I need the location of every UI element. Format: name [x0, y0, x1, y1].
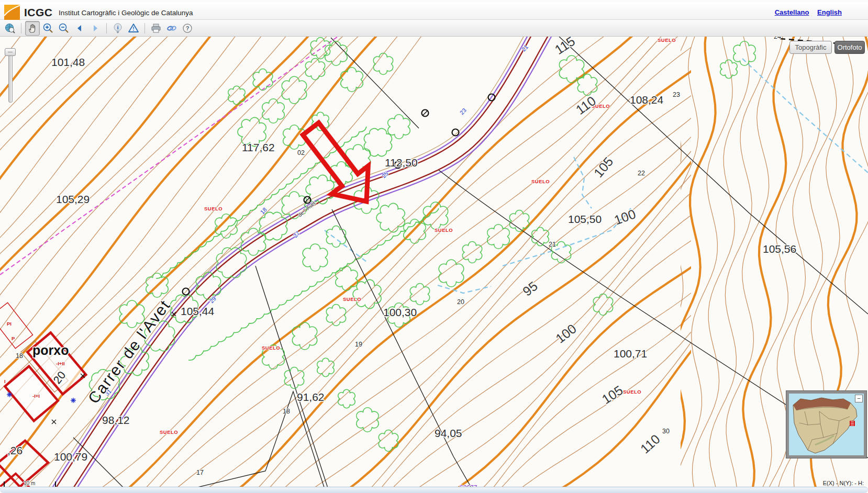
elevation-label: 105,44 [181, 305, 215, 317]
elevation-label: 100,79 [54, 451, 87, 463]
elevation-label: 105,50 [568, 213, 602, 225]
building-code-label: -I+I [32, 393, 40, 399]
overview-location-marker [850, 421, 855, 426]
coordinate-status: E(X) - N(Y): - H: [823, 480, 864, 486]
topographic-map: SUELOSUELOSUELOSUELOSUELOSUELOSUELOSUELO… [0, 37, 868, 487]
link-icon [166, 23, 177, 34]
forward-button[interactable] [88, 21, 103, 36]
zoom-slider-track[interactable] [8, 52, 13, 103]
help-button[interactable]: ? [180, 21, 195, 36]
help-icon: ? [182, 23, 193, 34]
parcel-number-label: 24 [774, 37, 781, 40]
suelo-label: SUELO [204, 206, 222, 211]
parcel-number-label: 17 [196, 469, 204, 476]
print-icon [150, 23, 162, 34]
elevation-label: 98,12 [102, 414, 130, 426]
suelo-label: SUELO [262, 345, 280, 351]
elevation-label: 94,05 [435, 427, 462, 439]
parcel-number-label: 19 [355, 341, 362, 348]
elevation-label: 91,62 [297, 391, 325, 403]
pan-tool-button[interactable] [25, 21, 40, 36]
elevation-label: 100,30 [383, 306, 417, 318]
pan-hand-icon [27, 23, 38, 33]
parcel-number-label: 18 [16, 352, 23, 360]
suelo-label: SUELO [435, 227, 453, 233]
print-button[interactable] [149, 21, 163, 36]
overview-catalonia-map [789, 394, 864, 455]
zoom-extent-button[interactable] [3, 21, 17, 36]
language-switcher: Castellano English [769, 8, 842, 16]
basemap-button-ortofoto[interactable]: Ortofoto [834, 41, 865, 54]
page-title: Institut Cartogràfic i Geològic de Catal… [59, 9, 193, 17]
back-arrow-icon [75, 24, 84, 33]
svg-text:i: i [117, 24, 118, 30]
scale-bar-label: 10 m [24, 480, 35, 486]
zoom-in-button[interactable] [41, 21, 55, 36]
hydrant-symbol [7, 392, 12, 397]
suelo-label: SUELO [160, 429, 178, 435]
parcel-number-label: 23 [673, 91, 680, 98]
warning-icon: ! [128, 23, 139, 34]
overview-collapse-button[interactable]: – [855, 395, 863, 402]
icgc-logo-icon [4, 5, 20, 20]
identify-icon: i [112, 23, 124, 34]
zoom-out-icon [58, 23, 70, 34]
hydrant-symbol [71, 398, 76, 403]
suelo-label: SUELO [531, 178, 550, 184]
elevation-label: 108,24 [630, 94, 664, 106]
suelo-label: SUELO [658, 37, 676, 43]
overview-map[interactable]: – [786, 391, 866, 458]
parcel-number-label: 22 [638, 170, 645, 177]
zoom-slider-handle[interactable] [5, 48, 16, 56]
language-link-castellano[interactable]: Castellano [775, 8, 809, 16]
suelo-label: SUELO [623, 389, 641, 395]
parcel-number-label: 30 [662, 428, 670, 435]
parcel-number-label: 20 [457, 298, 464, 306]
building-name-label: porxo [32, 343, 69, 357]
app-header: ICGC Institut Cartogràfic i Geològic de … [0, 0, 868, 20]
svg-text:?: ? [186, 25, 190, 31]
brand-text: ICGC [24, 6, 53, 19]
toolbar-separator [144, 23, 145, 33]
parcel-number-label: 21 [549, 241, 556, 248]
elevation-label: 101,48 [51, 56, 85, 68]
zoom-in-icon [42, 23, 54, 34]
map-toolbar: i ! ? [0, 20, 868, 37]
zoom-out-button[interactable] [57, 21, 71, 36]
parcel-number-label: 02 [297, 149, 305, 156]
elevation-label: 100,71 [614, 348, 647, 360]
building-code-label: P [12, 335, 15, 341]
elevation-label: 112,50 [385, 156, 418, 169]
back-button[interactable] [72, 21, 87, 36]
elevation-label: 105,29 [56, 193, 90, 205]
suelo-label: SUELO [343, 296, 361, 302]
language-link-english[interactable]: English [817, 8, 842, 16]
parcel-number-label: 18 [283, 408, 290, 415]
map-viewport[interactable]: SUELOSUELOSUELOSUELOSUELOSUELOSUELOSUELO… [0, 37, 868, 487]
building-code-label: -I+II [56, 361, 65, 366]
svg-text:!: ! [132, 26, 134, 32]
identify-button[interactable]: i [110, 21, 125, 36]
elevation-label: 105,56 [763, 243, 796, 255]
elevation-label: 117,62 [242, 141, 275, 153]
building-code-label: I [4, 378, 6, 384]
basemap-button-topografic[interactable]: Topogràfic [789, 41, 832, 54]
zoom-extent-icon [4, 23, 16, 34]
warning-button[interactable]: ! [126, 21, 141, 36]
toolbar-separator [21, 23, 21, 33]
horizontal-scrollbar[interactable] [0, 487, 868, 493]
building-code-label: PI [7, 321, 12, 327]
toolbar-separator [106, 23, 107, 33]
share-link-button[interactable] [164, 21, 179, 36]
elevation-label: ,26 [7, 444, 23, 456]
forward-arrow-icon [91, 24, 100, 33]
